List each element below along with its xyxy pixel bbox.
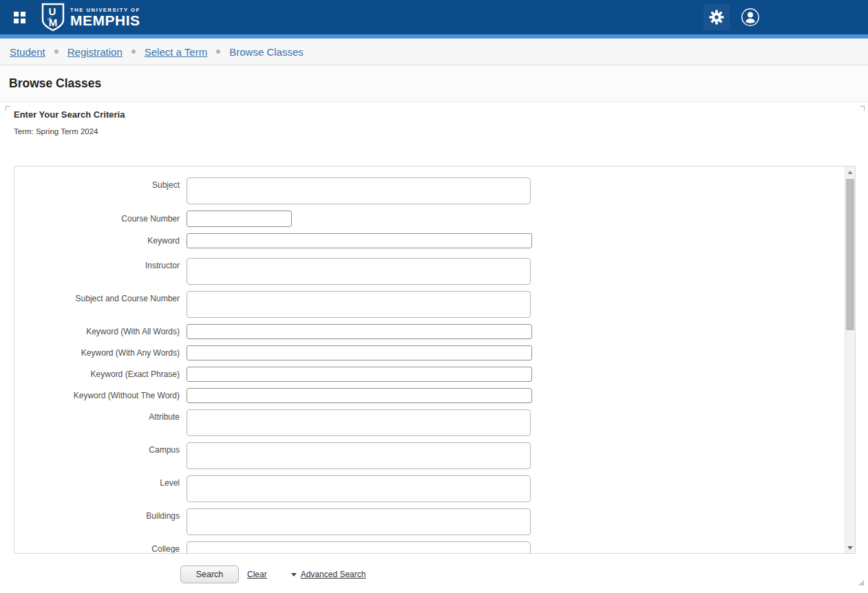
search-fields-form: SubjectCourse NumberKeywordInstructorSub… — [14, 166, 855, 554]
field-label: Buildings — [14, 508, 187, 521]
scroll-down-arrow[interactable] — [845, 542, 855, 553]
settings-button[interactable] — [703, 4, 730, 30]
field-label: Attribute — [14, 409, 187, 422]
field-label: Instructor — [14, 258, 187, 270]
breadcrumb-item-student[interactable]: Student — [10, 46, 45, 58]
advanced-search-link[interactable]: Advanced Search — [291, 570, 366, 579]
field-label: Keyword — [14, 236, 187, 246]
scroll-up-arrow[interactable] — [845, 166, 855, 177]
search-criteria-panel: SubjectCourse NumberKeywordInstructorSub… — [14, 166, 856, 554]
keyword-with-all-words-input[interactable] — [187, 324, 532, 339]
breadcrumb-item-browse-classes: Browse Classes — [229, 46, 304, 58]
form-row: Subject — [14, 177, 855, 204]
breadcrumb-item-select-a-term[interactable]: Select a Term — [145, 46, 207, 58]
college-input[interactable] — [187, 541, 531, 554]
user-icon — [741, 8, 760, 27]
keyword-input[interactable] — [187, 233, 532, 248]
form-row: Keyword (With All Words) — [14, 324, 855, 339]
attribute-input[interactable] — [187, 409, 531, 436]
page-title: Browse Classes — [9, 76, 101, 91]
grid-menu-icon[interactable] — [6, 4, 32, 30]
form-row: Course Number — [14, 211, 855, 227]
level-input[interactable] — [187, 475, 531, 502]
course-number-input[interactable] — [187, 211, 292, 227]
keyword-without-the-word-input[interactable] — [187, 388, 532, 403]
field-label: Campus — [14, 442, 187, 455]
form-row: Keyword (Exact Phrase) — [14, 367, 855, 382]
keyword-with-any-words-input[interactable] — [187, 345, 532, 360]
svg-text:M: M — [49, 17, 58, 28]
field-label: College — [14, 541, 187, 554]
field-label: Course Number — [14, 214, 187, 224]
form-row: Attribute — [14, 409, 855, 436]
subject-and-course-number-input[interactable] — [187, 291, 531, 318]
field-label: Keyword (With Any Words) — [14, 348, 187, 358]
form-row: Keyword (With Any Words) — [14, 345, 855, 360]
buildings-input[interactable] — [187, 508, 531, 535]
form-row: Campus — [14, 442, 855, 469]
field-label: Subject and Course Number — [14, 291, 187, 303]
breadcrumb-separator-dot — [216, 50, 220, 54]
app-header: U of M THE UNIVERSITY OF MEMPHIS — [0, 0, 868, 34]
form-row: Buildings — [14, 508, 855, 535]
panel-corner-mark-top-right — [860, 106, 865, 111]
form-row: Level — [14, 475, 855, 502]
campus-input[interactable] — [187, 442, 531, 469]
form-row: College — [14, 541, 855, 554]
form-row: Instructor — [14, 258, 855, 285]
resize-grip-icon[interactable] — [858, 580, 864, 585]
page-title-bar: Browse Classes — [0, 65, 868, 102]
instructor-input[interactable] — [187, 258, 531, 285]
panel-scrollbar[interactable] — [845, 166, 855, 553]
search-action-bar: Search Clear Advanced Search — [180, 565, 366, 583]
form-row: Keyword (Without The Word) — [14, 388, 855, 403]
keyword-exact-phrase-input[interactable] — [187, 367, 532, 382]
scrollbar-thumb[interactable] — [846, 179, 854, 330]
search-button[interactable]: Search — [180, 565, 239, 583]
clear-link[interactable]: Clear — [247, 570, 267, 579]
breadcrumb: StudentRegistrationSelect a TermBrowse C… — [0, 39, 868, 65]
field-label: Level — [14, 475, 187, 488]
subject-input[interactable] — [187, 177, 531, 204]
account-button[interactable] — [741, 8, 760, 27]
logo-large-text: MEMPHIS — [70, 13, 140, 28]
term-label: Term: Spring Term 2024 — [14, 127, 125, 136]
breadcrumb-separator-dot — [131, 50, 136, 54]
main-content: Enter Your Search Criteria Term: Spring … — [0, 102, 868, 592]
university-logo[interactable]: U of M THE UNIVERSITY OF MEMPHIS — [41, 3, 140, 32]
caret-down-icon — [291, 573, 297, 576]
breadcrumb-item-registration[interactable]: Registration — [67, 46, 123, 58]
form-row: Subject and Course Number — [14, 291, 855, 318]
gear-icon — [709, 10, 724, 25]
breadcrumb-separator-dot — [54, 50, 59, 54]
search-criteria-heading: Enter Your Search Criteria — [14, 109, 125, 120]
panel-corner-mark-top-left — [6, 106, 10, 111]
field-label: Keyword (Without The Word) — [14, 391, 187, 400]
field-label: Subject — [14, 177, 187, 190]
shield-logo-icon: U of M — [41, 3, 65, 32]
field-label: Keyword (With All Words) — [14, 327, 187, 336]
form-row: Keyword — [14, 233, 855, 248]
field-label: Keyword (Exact Phrase) — [14, 369, 187, 379]
